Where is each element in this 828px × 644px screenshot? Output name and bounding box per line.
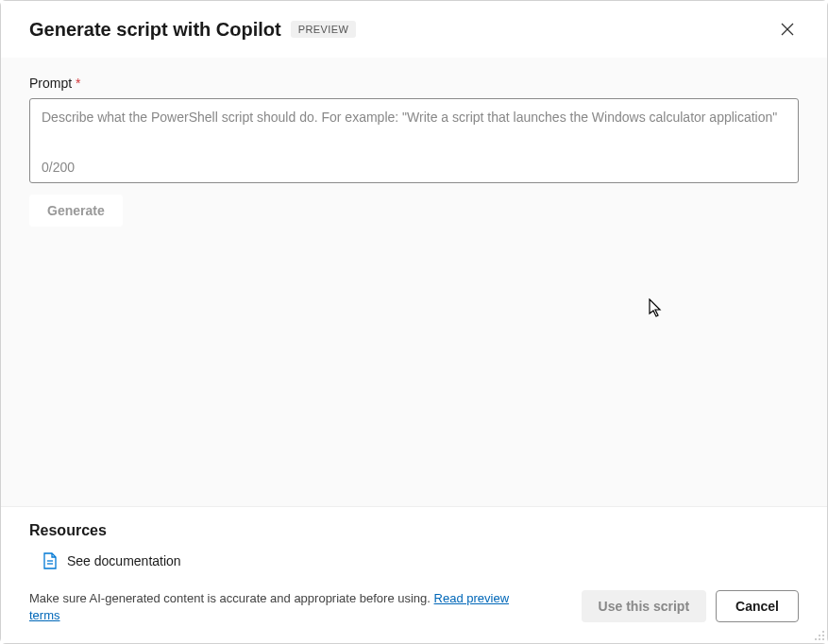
cancel-button[interactable]: Cancel: [716, 590, 799, 622]
prompt-textarea[interactable]: Describe what the PowerShell script shou…: [29, 98, 799, 183]
header-title-group: Generate script with Copilot PREVIEW: [29, 19, 356, 41]
documentation-link-label: See documentation: [67, 553, 181, 568]
close-button[interactable]: [776, 18, 799, 41]
dialog-body: Prompt * Describe what the PowerShell sc…: [1, 58, 827, 506]
documentation-link[interactable]: See documentation: [42, 552, 181, 569]
svg-point-4: [822, 631, 824, 633]
svg-point-6: [822, 635, 824, 636]
svg-point-5: [819, 635, 820, 636]
footer-bottom-row: Make sure AI-generated content is accura…: [29, 590, 799, 624]
dialog-header: Generate script with Copilot PREVIEW: [1, 1, 827, 58]
preview-badge: PREVIEW: [291, 21, 357, 38]
disclaimer-text: Make sure AI-generated content is accura…: [29, 590, 539, 624]
document-icon: [42, 552, 58, 569]
prompt-placeholder: Describe what the PowerShell script shou…: [42, 109, 786, 152]
resize-grip-icon: [814, 630, 825, 641]
close-icon: [780, 22, 795, 37]
dialog-footer: Resources See documentation Make sure AI…: [1, 506, 827, 643]
generate-button[interactable]: Generate: [29, 195, 123, 227]
use-script-button[interactable]: Use this script: [582, 590, 706, 622]
svg-point-9: [822, 638, 824, 640]
prompt-char-counter: 0/200: [42, 160, 786, 175]
svg-point-8: [819, 638, 820, 640]
required-indicator: *: [76, 76, 80, 91]
action-button-group: Use this script Cancel: [582, 590, 799, 622]
prompt-label: Prompt *: [29, 76, 80, 91]
copilot-script-dialog: Generate script with Copilot PREVIEW Pro…: [0, 0, 828, 644]
dialog-title: Generate script with Copilot: [29, 19, 281, 41]
resources-heading: Resources: [29, 522, 799, 539]
svg-point-7: [815, 638, 817, 640]
